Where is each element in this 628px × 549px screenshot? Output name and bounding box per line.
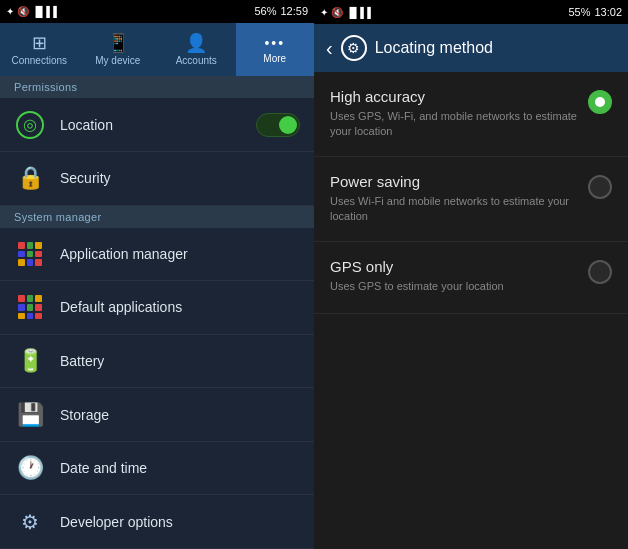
option-power-saving[interactable]: Power saving Uses Wi-Fi and mobile netwo… — [314, 157, 628, 242]
menu-item-developer[interactable]: ⚙ Developer options — [0, 495, 314, 549]
default-apps-icon — [14, 291, 46, 323]
app-manager-label: Application manager — [60, 246, 188, 262]
power-saving-text: Power saving Uses Wi-Fi and mobile netwo… — [330, 173, 588, 225]
tab-more[interactable]: ••• More — [236, 23, 315, 77]
app-manager-icon — [14, 238, 46, 270]
mute-icon-right: 🔇 — [331, 7, 343, 18]
power-saving-radio[interactable] — [588, 175, 612, 199]
grid-cell-d5 — [27, 304, 34, 311]
tab-my-device[interactable]: 📱 My device — [79, 23, 158, 77]
gps-only-text: GPS only Uses GPS to estimate your locat… — [330, 258, 588, 294]
signal-icon-right: ▐▌▌▌ — [346, 7, 374, 18]
more-icon: ••• — [264, 36, 285, 50]
tab-accounts[interactable]: 👤 Accounts — [157, 23, 236, 77]
developer-label: Developer options — [60, 514, 173, 530]
grid-cell-d4 — [18, 304, 25, 311]
lock-icon: 🔒 — [17, 165, 44, 191]
gps-only-title: GPS only — [330, 258, 578, 275]
time-right: 13:02 — [594, 6, 622, 18]
menu-item-location[interactable]: ◎ Location — [0, 98, 314, 152]
bt-icon-right: ✦ — [320, 7, 328, 18]
back-button[interactable]: ‹ — [326, 37, 333, 60]
status-icons-right: ✦ 🔇 ▐▌▌▌ — [320, 7, 374, 18]
grid-cell-d9 — [35, 313, 42, 320]
grid-cell-1 — [18, 242, 25, 249]
grid-cell-2 — [27, 242, 34, 249]
nav-tabs: ⊞ Connections 📱 My device 👤 Accounts •••… — [0, 23, 314, 77]
menu-item-security[interactable]: 🔒 Security — [0, 152, 314, 206]
bluetooth-icon: ✦ — [6, 6, 14, 17]
grid-cell-d7 — [18, 313, 25, 320]
option-high-accuracy[interactable]: High accuracy Uses GPS, Wi-Fi, and mobil… — [314, 72, 628, 157]
menu-item-date-time[interactable]: 🕐 Date and time — [0, 442, 314, 496]
grid-cell-9 — [35, 259, 42, 266]
menu-item-app-manager[interactable]: Application manager — [0, 228, 314, 282]
security-icon: 🔒 — [14, 162, 46, 194]
high-accuracy-desc: Uses GPS, Wi-Fi, and mobile networks to … — [330, 109, 578, 140]
battery-label: Battery — [60, 353, 104, 369]
tab-accounts-label: Accounts — [176, 55, 217, 66]
location-toggle[interactable] — [256, 113, 300, 137]
grid-cell-d3 — [35, 295, 42, 302]
power-saving-title: Power saving — [330, 173, 578, 190]
accounts-icon: 👤 — [185, 34, 207, 52]
tab-connections-label: Connections — [11, 55, 67, 66]
connections-icon: ⊞ — [32, 34, 47, 52]
storage-label: Storage — [60, 407, 109, 423]
toggle-thumb — [279, 116, 297, 134]
status-icons-left: ✦ 🔇 ▐▌▌▌ — [6, 6, 60, 17]
radio-inner-dot — [595, 97, 605, 107]
grid-cell-4 — [18, 251, 25, 258]
grid-cell-8 — [27, 259, 34, 266]
high-accuracy-title: High accuracy — [330, 88, 578, 105]
left-panel: ✦ 🔇 ▐▌▌▌ 56% 12:59 ⊞ Connections 📱 My de… — [0, 0, 314, 549]
menu-item-battery[interactable]: 🔋 Battery — [0, 335, 314, 389]
battery-time-left: 56% 12:59 — [254, 5, 308, 17]
battery-time-right: 55% 13:02 — [568, 6, 622, 18]
right-panel: ✦ 🔇 ▐▌▌▌ 55% 13:02 ‹ ⚙ Locating method H… — [314, 0, 628, 549]
gps-only-desc: Uses GPS to estimate your location — [330, 279, 578, 294]
locating-method-content: High accuracy Uses GPS, Wi-Fi, and mobil… — [314, 72, 628, 549]
grid-cell-d2 — [27, 295, 34, 302]
battery-pct-right: 55% — [568, 6, 590, 18]
signal-mute-icon: 🔇 — [17, 6, 29, 17]
grid-cell-d1 — [18, 295, 25, 302]
menu-item-storage[interactable]: 💾 Storage — [0, 388, 314, 442]
tab-connections[interactable]: ⊞ Connections — [0, 23, 79, 77]
status-bar-left: ✦ 🔇 ▐▌▌▌ 56% 12:59 — [0, 0, 314, 23]
right-header: ‹ ⚙ Locating method — [314, 24, 628, 72]
location-circle: ◎ — [16, 111, 44, 139]
grid-icon-app — [18, 242, 42, 266]
grid-cell-3 — [35, 242, 42, 249]
storage-icon: 💾 — [14, 399, 46, 431]
signal-bars-icon: ▐▌▌▌ — [32, 6, 60, 17]
tab-more-label: More — [263, 53, 286, 64]
location-icon: ◎ — [14, 109, 46, 141]
clock-icon: 🕐 — [14, 452, 46, 484]
status-bar-right: ✦ 🔇 ▐▌▌▌ 55% 13:02 — [314, 0, 628, 24]
settings-gear-icon: ⚙ — [341, 35, 367, 61]
page-title: Locating method — [375, 39, 493, 57]
permissions-header: Permissions — [0, 76, 314, 98]
date-time-label: Date and time — [60, 460, 147, 476]
battery-icon: 🔋 — [14, 345, 46, 377]
time-left: 12:59 — [280, 5, 308, 17]
security-lock-wrap: 🔒 — [17, 164, 43, 192]
high-accuracy-radio[interactable] — [588, 90, 612, 114]
high-accuracy-text: High accuracy Uses GPS, Wi-Fi, and mobil… — [330, 88, 588, 140]
gear-icon: ⚙ — [347, 40, 360, 56]
battery-pct-left: 56% — [254, 5, 276, 17]
location-label: Location — [60, 117, 113, 133]
grid-cell-d8 — [27, 313, 34, 320]
my-device-icon: 📱 — [107, 34, 129, 52]
option-gps-only[interactable]: GPS only Uses GPS to estimate your locat… — [314, 242, 628, 314]
toggle-switch[interactable] — [256, 113, 300, 137]
menu-item-default-apps[interactable]: Default applications — [0, 281, 314, 335]
grid-cell-d6 — [35, 304, 42, 311]
security-label: Security — [60, 170, 111, 186]
gps-only-radio[interactable] — [588, 260, 612, 284]
grid-cell-6 — [35, 251, 42, 258]
tab-my-device-label: My device — [95, 55, 140, 66]
power-saving-desc: Uses Wi-Fi and mobile networks to estima… — [330, 194, 578, 225]
system-manager-header: System manager — [0, 206, 314, 228]
